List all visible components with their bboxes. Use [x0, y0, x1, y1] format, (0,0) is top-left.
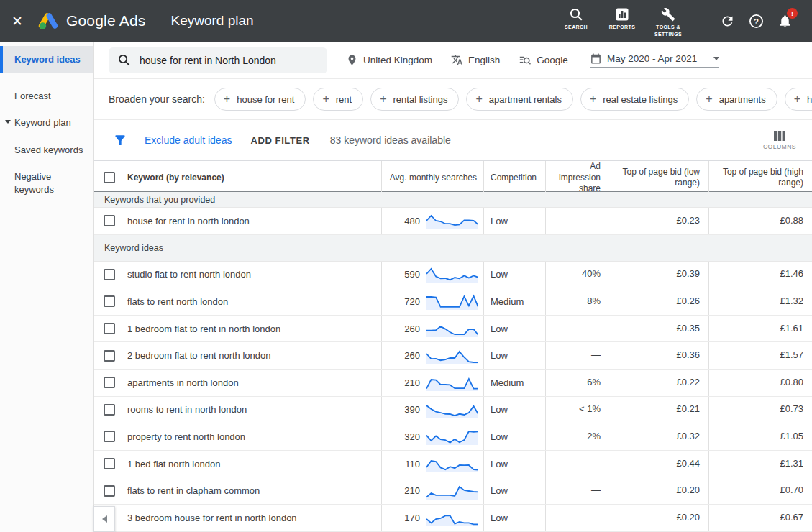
bid-high-value: £1.57	[780, 349, 803, 362]
bid-low-value: £0.20	[676, 485, 700, 497]
notifications-button[interactable]: !	[770, 6, 799, 35]
table-row[interactable]: rooms to rent in north london 390 Low < …	[94, 397, 812, 424]
search-trend-sparkline	[426, 373, 478, 392]
search-nav-button[interactable]: SEARCH	[555, 4, 597, 31]
broaden-chips: +house for rent +rent +rental listings +…	[214, 88, 812, 111]
bid-low-value: £0.35	[676, 323, 700, 335]
topbar-divider	[701, 7, 701, 35]
table-row[interactable]: property to rent north london 320 Low 2%…	[94, 423, 812, 451]
row-checkbox[interactable]	[104, 215, 115, 226]
main-content: house for rent in North London United Ki…	[94, 42, 812, 532]
table-row[interactable]: studio flat to rent north london 590 Low…	[94, 262, 812, 289]
search-settings-row: house for rent in North London United Ki…	[94, 42, 812, 79]
row-checkbox[interactable]	[104, 458, 115, 469]
plus-icon: +	[706, 93, 712, 105]
row-checkbox[interactable]	[104, 431, 115, 442]
bid-high-value: £0.70	[780, 485, 803, 497]
help-button[interactable]: ?	[742, 6, 770, 35]
table-row[interactable]: house for rent in north london 480 Low —…	[94, 208, 812, 235]
keyword-text: 1 bedroom flat to rent in north london	[127, 324, 280, 334]
keyword-text: flats to rent north london	[127, 296, 228, 307]
date-range-label: May 2020 - Apr 2021	[607, 53, 697, 64]
broaden-chip[interactable]: +rent	[313, 88, 363, 111]
row-checkbox[interactable]	[104, 404, 115, 416]
ad-impression-share-value: < 1%	[579, 403, 601, 416]
location-selector[interactable]: United Kingdom	[346, 54, 432, 66]
competition-value: Low	[491, 269, 508, 280]
ad-impression-share-value: —	[591, 349, 601, 362]
bid-low-value: £0.20	[676, 512, 700, 524]
sidebar-item-negative-keywords[interactable]: Negative keywords	[0, 163, 93, 203]
keyword-search-input[interactable]: house for rent in North London	[109, 47, 327, 73]
refresh-icon	[720, 14, 735, 29]
sidebar-item-saved-keywords[interactable]: Saved keywords	[0, 137, 93, 164]
select-all-checkbox[interactable]	[104, 172, 115, 183]
topbar-divider	[158, 10, 158, 32]
broaden-chip[interactable]: +house for rent	[214, 88, 306, 111]
date-range-selector[interactable]: May 2020 - Apr 2021	[590, 52, 719, 68]
broaden-chip[interactable]: +house for rent in london	[785, 88, 812, 111]
avg-monthly-searches-value: 260	[404, 324, 420, 334]
keyword-text: studio flat to rent north london	[127, 269, 251, 280]
competition-value: Low	[491, 459, 508, 469]
tools-settings-nav-button[interactable]: TOOLS & SETTINGS	[647, 4, 689, 38]
competition-value: Medium	[491, 377, 524, 388]
svg-text:?: ?	[753, 17, 758, 25]
sidebar-item-keyword-ideas[interactable]: Keyword ideas	[0, 46, 93, 73]
row-checkbox[interactable]	[104, 323, 115, 334]
row-checkbox[interactable]	[104, 485, 115, 497]
collapse-panel-button[interactable]	[93, 506, 115, 532]
row-checkbox[interactable]	[104, 295, 115, 307]
close-button[interactable]: ✕	[12, 14, 23, 28]
sidebar: Keyword ideas Forecast Keyword plan Save…	[0, 42, 94, 532]
row-checkbox[interactable]	[104, 350, 115, 362]
ad-impression-share-value: 6%	[587, 377, 601, 389]
table-row[interactable]: 3 bedroom house for rent in north london…	[94, 505, 812, 532]
network-selector[interactable]: Google	[519, 54, 568, 67]
ad-impression-share-value: —	[591, 458, 601, 470]
search-icon	[569, 7, 583, 22]
avg-monthly-searches-value: 210	[404, 377, 420, 388]
bid-low-value: £0.36	[676, 349, 700, 362]
table-section-header: Keyword ideas	[94, 235, 812, 262]
bid-low-value: £0.39	[676, 268, 700, 280]
sidebar-item-keyword-plan[interactable]: Keyword plan	[0, 109, 93, 137]
close-icon: ✕	[12, 14, 23, 29]
ad-impression-share-value: —	[591, 485, 601, 497]
language-selector[interactable]: English	[451, 54, 500, 66]
table-row[interactable]: 1 bed flat north london 110 Low — £0.44 …	[94, 451, 812, 478]
table-section-header: Keywords that you provided	[94, 192, 812, 208]
keyword-ideas-count: 83 keyword ideas available	[330, 134, 451, 146]
broaden-chip[interactable]: +rental listings	[370, 88, 459, 111]
avg-monthly-searches-value: 480	[404, 216, 420, 226]
search-icon	[117, 53, 131, 67]
broaden-chip[interactable]: +apartments	[696, 88, 777, 111]
network-label: Google	[537, 55, 568, 65]
keyword-text: 3 bedroom house for rent in north london	[127, 513, 297, 523]
exclude-adult-ideas-link[interactable]: Exclude adult ideas	[145, 134, 232, 146]
add-filter-button[interactable]: ADD FILTER	[250, 135, 309, 146]
filter-funnel-icon	[113, 133, 127, 147]
table-row[interactable]: flats to rent in clapham common 210 Low …	[94, 477, 812, 505]
table-row[interactable]: apartments in north london 210 Medium 6%…	[94, 370, 812, 397]
columns-button[interactable]: COLUMNS	[763, 131, 796, 150]
competition-value: Low	[491, 216, 508, 226]
plus-icon: +	[224, 93, 230, 105]
header-keyword: Keyword (by relevance)	[127, 173, 224, 183]
search-trend-sparkline	[426, 482, 478, 500]
ad-impression-share-value: 8%	[587, 295, 601, 308]
refresh-button[interactable]	[713, 6, 742, 35]
broaden-chip[interactable]: +apartment rentals	[466, 88, 573, 111]
search-trend-sparkline	[426, 292, 478, 311]
sidebar-item-forecast[interactable]: Forecast	[0, 83, 93, 110]
keyword-text: 1 bed flat north london	[127, 459, 220, 469]
broaden-chip[interactable]: +real estate listings	[580, 88, 689, 111]
reports-nav-button[interactable]: REPORTS	[601, 4, 643, 31]
bid-high-value: £1.32	[780, 295, 803, 308]
table-row[interactable]: 1 bedroom flat to rent in north london 2…	[94, 316, 812, 343]
table-row[interactable]: flats to rent north london 720 Medium 8%…	[94, 288, 812, 316]
row-checkbox[interactable]	[104, 377, 115, 388]
table-row[interactable]: 2 bedroom flat to rent north london 260 …	[94, 342, 812, 370]
row-checkbox[interactable]	[104, 269, 115, 280]
ad-impression-share-value: —	[591, 512, 601, 524]
